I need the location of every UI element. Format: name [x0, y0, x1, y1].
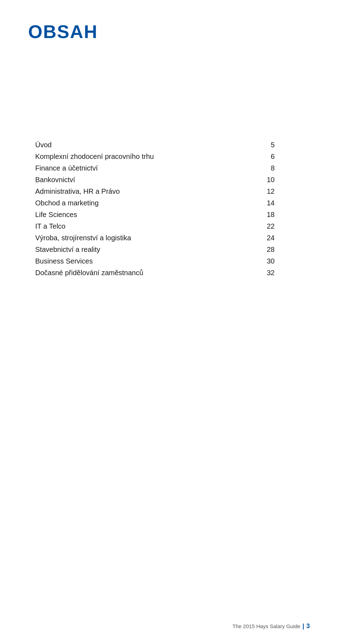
toc-item-page: 22 — [261, 222, 275, 230]
toc-item: Administrativa, HR a Právo12 — [35, 187, 275, 196]
footer-text: The 2015 Hays Salary Guide — [232, 623, 300, 629]
toc-item-label: Bankovnictví — [35, 176, 75, 184]
toc-item: Finance a účetnictví8 — [35, 164, 275, 172]
toc-item: Výroba, strojírenství a logistika24 — [35, 234, 275, 242]
toc-item-page: 6 — [261, 153, 275, 161]
toc-item: Úvod5 — [35, 141, 275, 149]
toc-item-label: Obchod a marketing — [35, 199, 99, 207]
toc-item-label: Administrativa, HR a Právo — [35, 187, 120, 196]
toc-item-label: Komplexní zhodocení pracovního trhu — [35, 153, 154, 161]
page-container: OBSAH Úvod5Komplexní zhodocení pracovníh… — [0, 0, 338, 644]
toc-item: Life Sciences18 — [35, 211, 275, 219]
toc-item: Business Services30 — [35, 257, 275, 265]
toc-item-label: Úvod — [35, 141, 52, 149]
toc-item: IT a Telco22 — [35, 222, 275, 230]
toc-item-label: Výroba, strojírenství a logistika — [35, 234, 131, 242]
toc-item: Dočasné přidělování zaměstnanců32 — [35, 269, 275, 277]
toc-item: Komplexní zhodocení pracovního trhu6 — [35, 153, 275, 161]
toc-item-page: 14 — [261, 199, 275, 207]
toc-item-label: IT a Telco — [35, 222, 65, 230]
toc-item-page: 24 — [261, 234, 275, 242]
page-title: OBSAH — [28, 21, 310, 42]
toc-item-label: Dočasné přidělování zaměstnanců — [35, 269, 143, 277]
toc-item-label: Finance a účetnictví — [35, 164, 98, 172]
footer-separator: | — [302, 623, 304, 630]
toc-item-page: 8 — [261, 164, 275, 172]
toc-item-page: 5 — [261, 141, 275, 149]
toc-item: Bankovnictví10 — [35, 176, 275, 184]
toc-item-page: 28 — [261, 246, 275, 254]
toc-item-label: Stavebnictví a reality — [35, 246, 100, 254]
toc-item-label: Life Sciences — [35, 211, 77, 219]
toc-item-label: Business Services — [35, 257, 93, 265]
footer: The 2015 Hays Salary Guide | 3 — [232, 623, 310, 630]
toc-item-page: 12 — [261, 187, 275, 196]
toc-item-page: 10 — [261, 176, 275, 184]
toc-item: Obchod a marketing14 — [35, 199, 275, 207]
toc-item: Stavebnictví a reality28 — [35, 246, 275, 254]
toc-item-page: 30 — [261, 257, 275, 265]
toc-item-page: 18 — [261, 211, 275, 219]
toc-container: Úvod5Komplexní zhodocení pracovního trhu… — [35, 141, 310, 277]
footer-page: 3 — [306, 623, 310, 630]
toc-item-page: 32 — [261, 269, 275, 277]
